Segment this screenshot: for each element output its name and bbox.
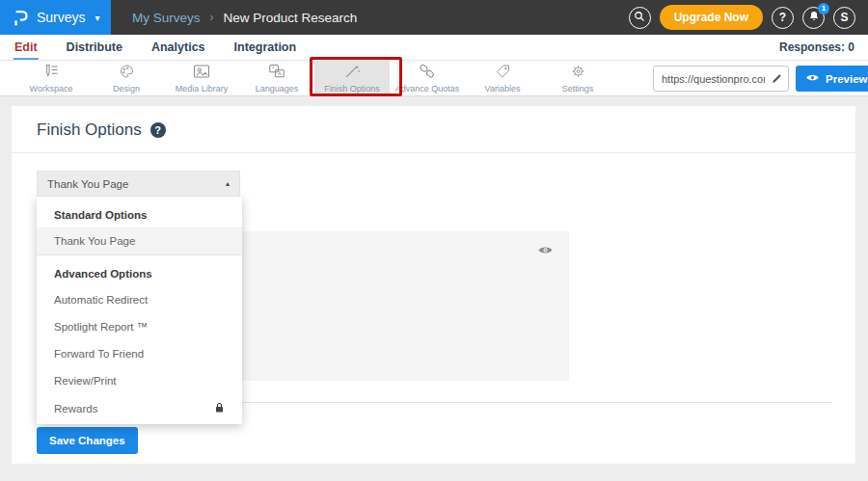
help-button[interactable]: ? bbox=[772, 7, 794, 29]
preview-button[interactable]: Preview bbox=[796, 66, 868, 92]
surveys-product-menu[interactable]: Surveys ▾ bbox=[0, 0, 111, 35]
menu-item-review-print[interactable]: Review/Print bbox=[37, 367, 242, 394]
image-icon bbox=[193, 64, 210, 83]
product-label: Surveys bbox=[37, 10, 86, 25]
toolbar-item-media-library[interactable]: Media Library bbox=[164, 61, 239, 95]
upgrade-now-button[interactable]: Upgrade Now bbox=[660, 5, 763, 30]
tab-distribute[interactable]: Distribute bbox=[66, 40, 123, 60]
menu-item-rewards[interactable]: Rewards bbox=[37, 394, 242, 423]
toolbar-item-languages[interactable]: *A Languages bbox=[239, 61, 314, 95]
notification-count-badge: 1 bbox=[818, 3, 829, 14]
top-header: Surveys ▾ My Surveys › New Product Resea… bbox=[0, 0, 868, 35]
menu-section-standard: Standard Options bbox=[37, 197, 242, 227]
preview-eye-icon[interactable] bbox=[537, 243, 554, 260]
edit-toolbar: Workspace Design Media Library *A Langua… bbox=[0, 61, 868, 96]
finish-option-select[interactable]: Thank You Page ▴ bbox=[37, 171, 240, 197]
breadcrumb-separator: › bbox=[210, 11, 214, 24]
toolbar-item-advance-quotas[interactable]: Advance Quotas bbox=[390, 61, 465, 95]
eye-icon bbox=[805, 72, 820, 85]
help-icon[interactable]: ? bbox=[150, 122, 166, 138]
search-button[interactable] bbox=[629, 7, 651, 29]
breadcrumb: My Surveys › New Product Research bbox=[132, 0, 357, 35]
edit-pencil-icon[interactable] bbox=[771, 71, 783, 89]
avatar-initial: S bbox=[840, 11, 848, 24]
survey-url-field-wrap bbox=[653, 66, 789, 92]
search-icon bbox=[634, 11, 645, 25]
notifications-button[interactable]: 1 bbox=[802, 7, 825, 29]
breadcrumb-my-surveys[interactable]: My Surveys bbox=[132, 11, 201, 25]
menu-section-advanced: Advanced Options bbox=[37, 255, 242, 286]
toolbar-item-design[interactable]: Design bbox=[89, 61, 164, 95]
save-changes-button[interactable]: Save Changes bbox=[37, 427, 138, 454]
tab-edit[interactable]: Edit bbox=[14, 40, 39, 60]
panel-title-row: Finish Options ? bbox=[12, 106, 855, 153]
questionpro-logo-icon bbox=[13, 9, 29, 27]
finish-option-dropdown-menu: Standard Options Thank You Page Advanced… bbox=[37, 197, 242, 424]
svg-text:*: * bbox=[272, 66, 275, 71]
responses-count: Responses: 0 bbox=[779, 40, 854, 60]
chevron-up-icon: ▴ bbox=[226, 179, 230, 188]
finish-options-panel: Finish Options ? Thank You Page ▴ Standa… bbox=[12, 106, 855, 464]
toolbar-item-workspace[interactable]: Workspace bbox=[14, 61, 89, 95]
survey-tab-bar: Edit Distribute Analytics Integration Re… bbox=[0, 35, 868, 61]
toolbar-item-settings[interactable]: Settings bbox=[540, 61, 615, 95]
tag-icon bbox=[495, 64, 511, 83]
bell-icon bbox=[808, 10, 820, 25]
menu-item-forward-to-friend[interactable]: Forward To Friend bbox=[37, 340, 242, 367]
workspace-icon bbox=[42, 64, 60, 83]
palette-icon bbox=[119, 64, 135, 83]
tab-integration[interactable]: Integration bbox=[233, 40, 298, 60]
page-title: Finish Options bbox=[37, 120, 142, 140]
toolbar-item-variables[interactable]: Variables bbox=[465, 61, 540, 95]
lock-icon bbox=[214, 402, 225, 415]
breadcrumb-current-survey: New Product Research bbox=[224, 11, 358, 25]
page-content: Finish Options ? Thank You Page ▴ Standa… bbox=[0, 96, 868, 464]
toolbar-item-finish-options[interactable]: Finish Options bbox=[314, 61, 390, 95]
selected-option-label: Thank You Page bbox=[47, 178, 128, 190]
menu-item-thank-you-page[interactable]: Thank You Page bbox=[37, 227, 242, 254]
translate-icon: *A bbox=[268, 64, 285, 83]
menu-item-spotlight-report[interactable]: Spotlight Report ™ bbox=[37, 313, 242, 340]
header-actions: Upgrade Now ? 1 S bbox=[629, 0, 868, 35]
chevron-down-icon: ▾ bbox=[95, 13, 100, 23]
user-avatar[interactable]: S bbox=[833, 7, 855, 29]
question-mark-icon: ? bbox=[779, 11, 786, 24]
gear-icon bbox=[570, 64, 586, 83]
chain-link-icon bbox=[419, 64, 436, 83]
tab-analytics[interactable]: Analytics bbox=[150, 40, 206, 60]
menu-item-automatic-redirect[interactable]: Automatic Redirect bbox=[37, 286, 242, 313]
svg-text:A: A bbox=[278, 70, 282, 76]
survey-url-input[interactable] bbox=[653, 66, 789, 92]
magic-wand-icon bbox=[343, 64, 361, 83]
